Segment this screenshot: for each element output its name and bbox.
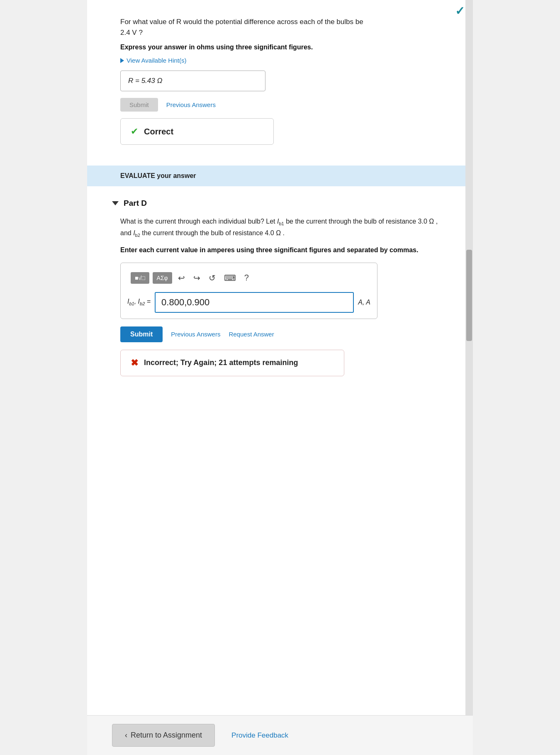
return-to-assignment-button[interactable]: ‹ Return to Assignment: [112, 724, 215, 747]
part-d-submit-row: Submit Previous Answers Request Answer: [120, 326, 440, 342]
provide-feedback-link[interactable]: Provide Feedback: [231, 731, 288, 740]
part-c-submit-button[interactable]: Submit: [120, 98, 158, 112]
return-label: Return to Assignment: [131, 731, 202, 740]
part-d-collapse-icon[interactable]: [112, 201, 119, 205]
part-d-submit-button[interactable]: Submit: [120, 326, 163, 342]
part-d-question: What is the current through each individ…: [112, 216, 440, 239]
incorrect-text: Incorrect; Try Again; 21 attempts remain…: [144, 358, 298, 367]
math-toolbar: ■√□ AΣφ ↩ ↪ ↺ ⌨ ?: [127, 269, 370, 287]
math-symbol-icon-1: ■√□: [135, 275, 145, 281]
part-c-submit-row: Submit Previous Answers: [120, 98, 440, 112]
help-button[interactable]: ?: [242, 271, 251, 284]
evaluate-bar: EVALUATE your answer: [87, 166, 473, 186]
part-d-title: Part D: [124, 199, 147, 208]
part-d-header: Part D: [112, 199, 440, 208]
undo-button[interactable]: ↩: [175, 271, 187, 285]
part-d-instruction: Enter each current value in amperes usin…: [112, 245, 440, 255]
input-label: Ib1, Ib2 =: [127, 298, 151, 306]
unit-label: A, A: [358, 299, 370, 306]
main-container: ✓ For what value of R would the potentia…: [87, 0, 473, 755]
part-c-answer-display: R = 5.43 Ω: [120, 71, 265, 91]
part-d-previous-answers-link[interactable]: Previous Answers: [171, 331, 220, 338]
part-c-previous-answers-link[interactable]: Previous Answers: [166, 101, 216, 108]
correct-box: ✔ Correct: [120, 118, 274, 145]
math-symbol-btn-2[interactable]: AΣφ: [153, 272, 172, 284]
math-symbol-btn-1[interactable]: ■√□: [131, 272, 149, 284]
view-hints-link[interactable]: View Available Hint(s): [120, 57, 440, 64]
question-text: For what value of R would the potential …: [120, 17, 440, 38]
bottom-bar: ‹ Return to Assignment Provide Feedback: [87, 715, 473, 755]
scrollbar-thumb[interactable]: [466, 250, 472, 341]
return-arrow-icon: ‹: [125, 731, 127, 740]
part-c-section: For what value of R would the potential …: [87, 8, 473, 166]
part-d-section: Part D What is the current through each …: [87, 195, 473, 393]
input-row: Ib1, Ib2 = A, A: [127, 292, 370, 313]
redo-button[interactable]: ↪: [191, 271, 203, 285]
math-symbol-icon-2: AΣφ: [157, 275, 168, 281]
keyboard-button[interactable]: ⌨: [222, 271, 239, 285]
incorrect-box: ✖ Incorrect; Try Again; 21 attempts rema…: [120, 350, 344, 376]
part-c-instruction: Express your answer in ohms using three …: [120, 44, 440, 51]
scrollbar[interactable]: [465, 0, 473, 755]
correct-label: Correct: [144, 127, 173, 136]
hint-arrow-icon: [120, 58, 124, 63]
correct-check-icon: ✔: [131, 126, 138, 137]
refresh-button[interactable]: ↺: [206, 271, 218, 285]
part-d-request-answer-link[interactable]: Request Answer: [229, 331, 274, 338]
math-input-container: ■√□ AΣφ ↩ ↪ ↺ ⌨ ? Ib1, Ib2 = A, A: [120, 263, 377, 319]
incorrect-x-icon: ✖: [131, 358, 138, 368]
top-checkmark: ✓: [455, 4, 465, 18]
current-input[interactable]: [155, 292, 354, 313]
